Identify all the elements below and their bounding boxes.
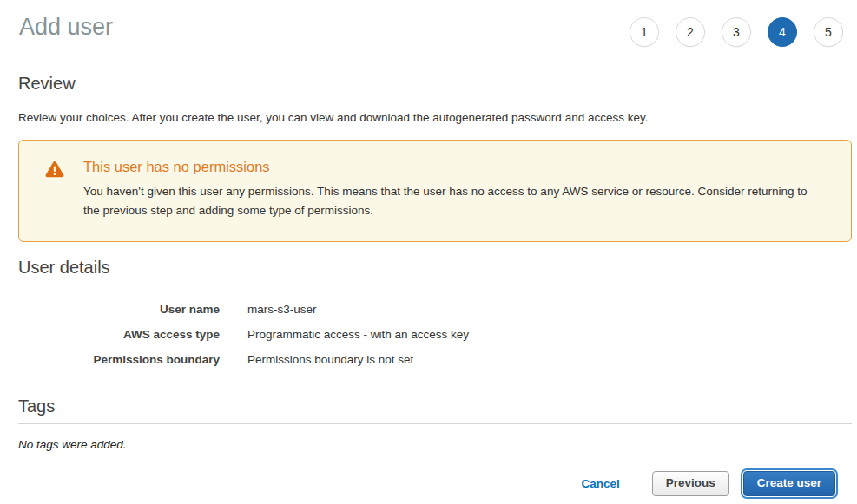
step-indicator-1: 1 — [630, 17, 659, 47]
review-page-content: Review Review your choices. After you cr… — [18, 74, 852, 451]
warning-body: You haven't given this user any permissi… — [83, 182, 825, 221]
tags-section: Tags No tags were added. — [18, 396, 852, 451]
step-indicator-3: 3 — [722, 17, 751, 47]
cancel-button[interactable]: Cancel — [581, 477, 619, 490]
review-description: Review your choices. After you create th… — [18, 111, 852, 124]
tags-heading: Tags — [18, 396, 852, 424]
warning-title: This user has no permissions — [83, 159, 825, 176]
create-user-button[interactable]: Create user — [743, 471, 835, 496]
detail-value: mars-s3-user — [247, 303, 317, 316]
page-title: Add user — [19, 14, 113, 41]
user-details-heading: User details — [18, 258, 852, 285]
user-details-rows: User name mars-s3-user AWS access type P… — [18, 297, 852, 372]
previous-button[interactable]: Previous — [652, 471, 729, 496]
detail-row-user-name: User name mars-s3-user — [18, 297, 852, 322]
warning-triangle-icon — [45, 160, 64, 178]
wizard-footer: Cancel Previous Create user — [0, 461, 857, 504]
detail-row-permissions-boundary: Permissions boundary Permissions boundar… — [18, 347, 852, 372]
user-details-section: User details User name mars-s3-user AWS … — [18, 258, 852, 372]
no-permissions-warning-box: This user has no permissions You haven't… — [18, 140, 852, 242]
review-section: Review Review your choices. After you cr… — [18, 74, 852, 242]
detail-label: User name — [18, 303, 220, 316]
step-indicator-2: 2 — [676, 17, 705, 47]
detail-label: AWS access type — [18, 328, 220, 341]
wizard-header: Add user 1 2 3 4 5 — [0, 0, 857, 47]
review-heading: Review — [18, 74, 852, 101]
detail-label: Permissions boundary — [18, 353, 220, 366]
step-indicator-5: 5 — [814, 17, 843, 47]
warning-text: This user has no permissions You haven't… — [83, 159, 825, 220]
tags-empty-text: No tags were added. — [18, 438, 852, 451]
step-indicators: 1 2 3 4 5 — [630, 17, 843, 47]
detail-row-access-type: AWS access type Programmatic access - wi… — [18, 322, 852, 347]
step-indicator-4: 4 — [768, 17, 797, 47]
detail-value: Programmatic access - with an access key — [247, 328, 469, 341]
detail-value: Permissions boundary is not set — [247, 353, 413, 366]
